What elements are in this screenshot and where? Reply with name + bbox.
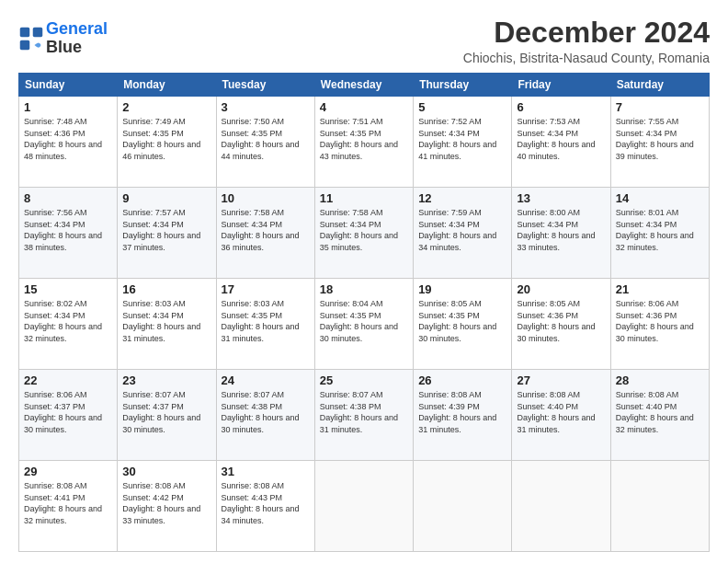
day-number: 15 (24, 282, 112, 296)
day-info: Sunrise: 8:08 AMSunset: 4:40 PMDaylight:… (517, 389, 605, 435)
title-block: December 2024 Chiochis, Bistrita-Nasaud … (463, 17, 710, 65)
day-info: Sunrise: 8:05 AMSunset: 4:35 PMDaylight:… (418, 298, 506, 344)
calendar-cell: 10Sunrise: 7:58 AMSunset: 4:34 PMDayligh… (216, 188, 314, 279)
day-number: 25 (320, 373, 408, 387)
calendar-cell: 13Sunrise: 8:00 AMSunset: 4:34 PMDayligh… (512, 188, 610, 279)
calendar-cell: 27Sunrise: 8:08 AMSunset: 4:40 PMDayligh… (512, 370, 610, 461)
day-info: Sunrise: 7:53 AMSunset: 4:34 PMDaylight:… (517, 116, 605, 162)
calendar-cell: 19Sunrise: 8:05 AMSunset: 4:35 PMDayligh… (414, 279, 512, 370)
calendar-cell: 16Sunrise: 8:03 AMSunset: 4:34 PMDayligh… (118, 279, 216, 370)
day-number: 3 (222, 100, 310, 114)
month-title: December 2024 (463, 17, 710, 49)
day-number: 21 (616, 282, 704, 296)
page: General Blue December 2024 Chiochis, Bis… (0, 0, 728, 563)
day-header: Saturday (610, 74, 709, 97)
day-info: Sunrise: 8:08 AMSunset: 4:43 PMDaylight:… (222, 480, 310, 526)
day-number: 11 (320, 191, 408, 205)
calendar-cell: 26Sunrise: 8:08 AMSunset: 4:39 PMDayligh… (414, 370, 512, 461)
day-number: 19 (418, 282, 506, 296)
calendar-cell: 7Sunrise: 7:55 AMSunset: 4:34 PMDaylight… (610, 97, 709, 188)
day-number: 22 (24, 373, 112, 387)
calendar-cell (414, 461, 512, 552)
day-number: 4 (320, 100, 408, 114)
day-info: Sunrise: 8:04 AMSunset: 4:35 PMDaylight:… (320, 298, 408, 344)
calendar-cell: 22Sunrise: 8:06 AMSunset: 4:37 PMDayligh… (19, 370, 118, 461)
day-number: 28 (616, 373, 704, 387)
day-number: 20 (517, 282, 605, 296)
day-number: 30 (122, 465, 210, 478)
day-header: Tuesday (216, 74, 314, 97)
calendar-cell: 5Sunrise: 7:52 AMSunset: 4:34 PMDaylight… (414, 97, 512, 188)
calendar-cell: 3Sunrise: 7:50 AMSunset: 4:35 PMDaylight… (216, 97, 314, 188)
calendar-cell: 28Sunrise: 8:08 AMSunset: 4:40 PMDayligh… (610, 370, 709, 461)
day-info: Sunrise: 8:03 AMSunset: 4:35 PMDaylight:… (222, 298, 310, 344)
day-info: Sunrise: 7:58 AMSunset: 4:34 PMDaylight:… (222, 207, 310, 253)
calendar-cell: 24Sunrise: 8:07 AMSunset: 4:38 PMDayligh… (216, 370, 314, 461)
day-info: Sunrise: 8:03 AMSunset: 4:34 PMDaylight:… (122, 298, 210, 344)
day-number: 5 (418, 100, 506, 114)
day-info: Sunrise: 8:07 AMSunset: 4:38 PMDaylight:… (320, 389, 408, 435)
day-number: 2 (122, 100, 210, 114)
calendar-cell: 14Sunrise: 8:01 AMSunset: 4:34 PMDayligh… (610, 188, 709, 279)
logo-text: General Blue (46, 20, 108, 57)
day-header: Friday (512, 74, 610, 97)
calendar-cell: 31Sunrise: 8:08 AMSunset: 4:43 PMDayligh… (216, 461, 314, 552)
day-info: Sunrise: 7:55 AMSunset: 4:34 PMDaylight:… (616, 116, 704, 162)
calendar-cell: 6Sunrise: 7:53 AMSunset: 4:34 PMDaylight… (512, 97, 610, 188)
day-info: Sunrise: 7:59 AMSunset: 4:34 PMDaylight:… (418, 207, 506, 253)
day-header: Monday (118, 74, 216, 97)
day-info: Sunrise: 8:07 AMSunset: 4:38 PMDaylight:… (222, 389, 310, 435)
svg-rect-0 (20, 28, 30, 38)
day-number: 26 (418, 373, 506, 387)
calendar-cell: 4Sunrise: 7:51 AMSunset: 4:35 PMDaylight… (314, 97, 413, 188)
day-info: Sunrise: 8:05 AMSunset: 4:36 PMDaylight:… (517, 298, 605, 344)
day-number: 6 (517, 100, 605, 114)
day-info: Sunrise: 8:08 AMSunset: 4:41 PMDaylight:… (24, 480, 112, 526)
calendar-cell: 15Sunrise: 8:02 AMSunset: 4:34 PMDayligh… (19, 279, 118, 370)
logo: General Blue (18, 20, 108, 57)
day-header: Wednesday (314, 74, 413, 97)
day-number: 18 (320, 282, 408, 296)
calendar-cell: 20Sunrise: 8:05 AMSunset: 4:36 PMDayligh… (512, 279, 610, 370)
day-number: 31 (222, 465, 310, 478)
calendar-cell: 18Sunrise: 8:04 AMSunset: 4:35 PMDayligh… (314, 279, 413, 370)
day-number: 29 (24, 465, 112, 478)
day-header: Thursday (414, 74, 512, 97)
day-number: 8 (24, 191, 112, 205)
day-number: 16 (122, 282, 210, 296)
day-info: Sunrise: 7:57 AMSunset: 4:34 PMDaylight:… (122, 207, 210, 253)
day-info: Sunrise: 8:00 AMSunset: 4:34 PMDaylight:… (517, 207, 605, 253)
day-number: 13 (517, 191, 605, 205)
day-number: 17 (222, 282, 310, 296)
calendar-cell: 30Sunrise: 8:08 AMSunset: 4:42 PMDayligh… (118, 461, 216, 552)
logo-icon (18, 26, 44, 52)
calendar-cell: 8Sunrise: 7:56 AMSunset: 4:34 PMDaylight… (19, 188, 118, 279)
calendar-cell: 17Sunrise: 8:03 AMSunset: 4:35 PMDayligh… (216, 279, 314, 370)
svg-rect-1 (33, 28, 43, 38)
day-info: Sunrise: 8:08 AMSunset: 4:39 PMDaylight:… (418, 389, 506, 435)
day-number: 24 (222, 373, 310, 387)
day-number: 23 (122, 373, 210, 387)
location-title: Chiochis, Bistrita-Nasaud County, Romani… (463, 51, 710, 65)
day-number: 27 (517, 373, 605, 387)
day-info: Sunrise: 8:08 AMSunset: 4:42 PMDaylight:… (122, 480, 210, 526)
calendar-cell: 12Sunrise: 7:59 AMSunset: 4:34 PMDayligh… (414, 188, 512, 279)
calendar-cell: 25Sunrise: 8:07 AMSunset: 4:38 PMDayligh… (314, 370, 413, 461)
day-number: 10 (222, 191, 310, 205)
day-info: Sunrise: 7:51 AMSunset: 4:35 PMDaylight:… (320, 116, 408, 162)
calendar-cell: 9Sunrise: 7:57 AMSunset: 4:34 PMDaylight… (118, 188, 216, 279)
day-number: 14 (616, 191, 704, 205)
day-info: Sunrise: 8:06 AMSunset: 4:37 PMDaylight:… (24, 389, 112, 435)
header: General Blue December 2024 Chiochis, Bis… (18, 17, 710, 65)
day-info: Sunrise: 7:49 AMSunset: 4:35 PMDaylight:… (122, 116, 210, 162)
calendar-cell: 1Sunrise: 7:48 AMSunset: 4:36 PMDaylight… (19, 97, 118, 188)
day-number: 12 (418, 191, 506, 205)
calendar-cell (512, 461, 610, 552)
day-info: Sunrise: 8:02 AMSunset: 4:34 PMDaylight:… (24, 298, 112, 344)
calendar-table: SundayMondayTuesdayWednesdayThursdayFrid… (18, 73, 710, 552)
day-info: Sunrise: 8:07 AMSunset: 4:37 PMDaylight:… (122, 389, 210, 435)
day-number: 9 (122, 191, 210, 205)
calendar-cell: 2Sunrise: 7:49 AMSunset: 4:35 PMDaylight… (118, 97, 216, 188)
calendar-cell: 21Sunrise: 8:06 AMSunset: 4:36 PMDayligh… (610, 279, 709, 370)
svg-rect-2 (20, 40, 30, 51)
